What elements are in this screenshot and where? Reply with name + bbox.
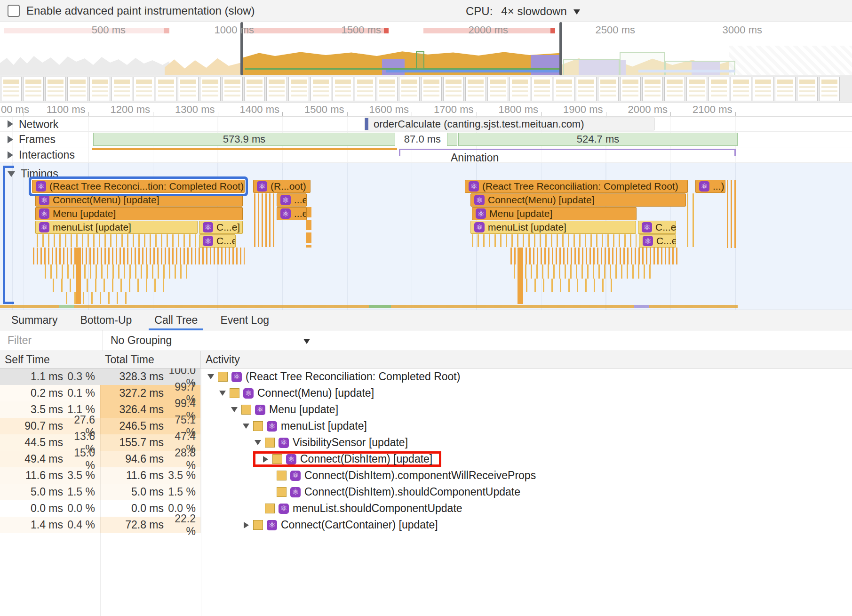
screenshot-thumbnail[interactable] xyxy=(554,77,574,101)
timing-mark[interactable]: ⚛menuList [update] xyxy=(470,221,636,234)
frames-track-label[interactable]: Frames xyxy=(8,133,56,146)
table-row[interactable]: 49.4 ms15.0 %94.6 ms28.8 %⚛Connect(DishI… xyxy=(0,451,852,467)
screenshot-thumbnail[interactable] xyxy=(355,77,375,101)
tree-expanded-arrow[interactable] xyxy=(228,407,240,412)
screenshot-thumbnail[interactable] xyxy=(45,77,66,101)
timing-mark[interactable]: ⚛C...e] xyxy=(199,221,243,234)
timeline-overview[interactable]: 500 ms1000 ms1500 ms2000 ms2500 ms3000 m… xyxy=(0,22,852,75)
collapsed-arrow-icon[interactable] xyxy=(8,136,13,143)
paint-instrumentation-checkbox[interactable] xyxy=(8,5,20,17)
screenshot-thumbnail[interactable] xyxy=(23,77,44,101)
timing-mark[interactable]: ⚛menuList [update] xyxy=(35,221,198,234)
tab-call-tree[interactable]: Call Tree xyxy=(146,310,206,330)
column-header-self-time[interactable]: Self Time xyxy=(0,351,100,368)
frame-duration-bar[interactable]: 87.0 ms xyxy=(399,133,446,146)
network-track[interactable]: Network orderCalculate (canting.sjst.tes… xyxy=(0,117,852,132)
timing-mark[interactable]: ⚛...) xyxy=(695,180,725,193)
screenshot-thumbnail[interactable] xyxy=(465,77,486,101)
collapsed-arrow-icon[interactable] xyxy=(8,151,13,159)
screenshot-thumbnail[interactable] xyxy=(576,77,597,101)
timing-mark[interactable]: ⚛(React Tree Reconciliation: Completed R… xyxy=(465,180,688,193)
screenshot-thumbnail[interactable] xyxy=(731,77,751,101)
timing-mark[interactable]: ⚛Connect(Menu) [update] xyxy=(470,193,686,207)
screenshot-thumbnail[interactable] xyxy=(709,77,729,101)
column-header-total-time[interactable]: Total Time xyxy=(100,351,201,368)
timings-track[interactable]: Timings ⚛(React Tree Reconci...tion: Com… xyxy=(0,163,852,310)
screenshot-thumbnail[interactable] xyxy=(288,77,309,101)
timing-mark[interactable]: ⚛C...e] xyxy=(638,221,676,234)
tree-expanded-arrow[interactable] xyxy=(205,374,217,379)
screenshot-thumbnail[interactable] xyxy=(333,77,353,101)
tree-collapsed-arrow[interactable] xyxy=(240,522,252,528)
tree-collapsed-arrow[interactable] xyxy=(259,456,271,463)
screenshot-thumbnail[interactable] xyxy=(598,77,619,101)
screenshot-thumbnail[interactable] xyxy=(222,77,243,101)
screenshot-thumbnail[interactable] xyxy=(664,77,685,101)
screenshot-thumbnail[interactable] xyxy=(510,77,530,101)
frames-track[interactable]: Frames 573.9 ms87.0 ms524.7 ms xyxy=(0,132,852,147)
screenshot-thumbnail[interactable] xyxy=(1,77,22,101)
network-request-bar[interactable]: orderCalculate (canting.sjst.test.meitua… xyxy=(365,118,654,130)
table-row[interactable]: 0.0 ms0.0 %0.0 ms0.0 %⚛menuList.shouldCo… xyxy=(0,500,852,517)
timing-mark[interactable]: ⚛...e] xyxy=(277,193,307,207)
screenshot-thumbnail[interactable] xyxy=(443,77,464,101)
timing-mark[interactable]: ⚛(R...oot) xyxy=(253,180,311,193)
tree-expanded-arrow[interactable] xyxy=(216,391,229,396)
screenshot-thumbnail[interactable] xyxy=(311,77,331,101)
table-row[interactable]: 1.1 ms0.3 %328.3 ms100.0 %⚛(React Tree R… xyxy=(0,368,852,385)
timing-mark[interactable]: ⚛Menu [update] xyxy=(35,207,243,220)
screenshot-thumbnail[interactable] xyxy=(620,77,641,101)
expanded-arrow-icon[interactable] xyxy=(8,171,15,177)
tree-expanded-arrow[interactable] xyxy=(240,424,252,429)
network-track-label[interactable]: Network xyxy=(8,118,58,130)
frame-duration-bar[interactable] xyxy=(447,133,457,146)
interactions-track[interactable]: Interactions Animation xyxy=(0,147,852,163)
screenshot-thumbnail[interactable] xyxy=(156,77,176,101)
grouping-select[interactable]: No Grouping xyxy=(103,330,221,351)
screenshot-thumbnail[interactable] xyxy=(487,77,508,101)
tab-event-log[interactable]: Event Log xyxy=(212,310,278,330)
screenshot-thumbnail[interactable] xyxy=(797,77,818,101)
screenshot-thumbnail[interactable] xyxy=(244,77,265,101)
table-row[interactable]: 90.7 ms27.6 %246.5 ms75.1 %⚛menuList [up… xyxy=(0,418,852,434)
table-row[interactable]: 1.4 ms0.4 %72.8 ms22.2 %⚛Connect(CartCon… xyxy=(0,517,852,533)
screenshot-thumbnail[interactable] xyxy=(89,77,110,101)
frame-duration-bar[interactable]: 573.9 ms xyxy=(93,133,395,146)
cpu-throttle-select[interactable]: 4× slowdown xyxy=(501,5,580,18)
frame-duration-bar[interactable]: 524.7 ms xyxy=(458,133,738,146)
tab-bottom-up[interactable]: Bottom-Up xyxy=(72,310,140,330)
screenshot-thumbnail[interactable] xyxy=(111,77,132,101)
screenshot-thumbnail[interactable] xyxy=(532,77,552,101)
screenshot-thumbnail[interactable] xyxy=(642,77,663,101)
overview-window-right-handle[interactable] xyxy=(559,22,562,75)
timing-mark[interactable]: ⚛Menu [update] xyxy=(472,207,637,220)
timing-mark[interactable]: ⚛C...e] xyxy=(639,234,676,248)
timings-track-label[interactable]: Timings xyxy=(8,168,58,180)
screenshot-thumbnail[interactable] xyxy=(266,77,287,101)
screenshot-thumbnail[interactable] xyxy=(377,77,398,101)
screenshot-thumbnail[interactable] xyxy=(178,77,199,101)
interactions-track-label[interactable]: Interactions xyxy=(8,149,75,161)
screenshot-thumbnail[interactable] xyxy=(200,77,221,101)
timing-mark[interactable]: ⚛Connect(Menu) [update] xyxy=(35,193,243,207)
filter-input[interactable] xyxy=(0,330,103,351)
screenshot-thumbnail[interactable] xyxy=(421,77,442,101)
table-row[interactable]: 11.6 ms3.5 %11.6 ms3.5 %⚛Connect(DishIte… xyxy=(0,467,852,484)
timing-mark[interactable]: ⚛...e] xyxy=(277,207,307,220)
screenshot-thumbnail[interactable] xyxy=(775,77,796,101)
timing-mark[interactable]: ⚛C...e] xyxy=(199,234,236,248)
screenshot-thumbnail[interactable] xyxy=(67,77,88,101)
table-row[interactable]: 0.2 ms0.1 %327.2 ms99.7 %⚛Connect(Menu) … xyxy=(0,385,852,401)
timing-mark[interactable]: ⚛(React Tree Reconci...tion: Completed R… xyxy=(32,180,245,193)
screenshot-thumbnail[interactable] xyxy=(686,77,707,101)
tab-summary[interactable]: Summary xyxy=(3,310,66,330)
tree-expanded-arrow[interactable] xyxy=(252,440,264,445)
column-header-activity[interactable]: Activity xyxy=(201,351,852,368)
table-row[interactable]: 3.5 ms1.1 %326.4 ms99.4 %⚛Menu [update] xyxy=(0,401,852,418)
screenshot-thumbnail[interactable] xyxy=(399,77,420,101)
collapsed-arrow-icon[interactable] xyxy=(8,120,13,128)
table-row[interactable]: 5.0 ms1.5 %5.0 ms1.5 %⚛Connect(DishItem)… xyxy=(0,484,852,500)
screenshot-thumbnail[interactable] xyxy=(753,77,773,101)
animation-span[interactable]: Animation xyxy=(399,149,736,161)
screenshot-thumbnail[interactable] xyxy=(819,77,840,101)
